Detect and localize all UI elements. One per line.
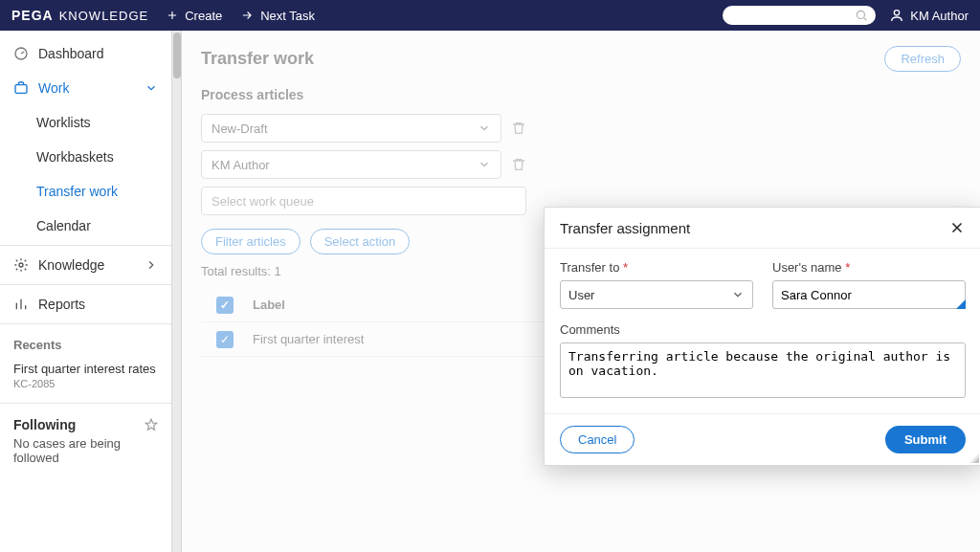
gauge-icon bbox=[13, 46, 29, 61]
search-icon bbox=[855, 9, 868, 22]
svg-point-4 bbox=[19, 263, 23, 267]
chevron-right-icon bbox=[145, 258, 158, 272]
sidebar-item-reports[interactable]: Reports bbox=[0, 287, 171, 321]
user-name: KM Author bbox=[910, 9, 969, 23]
global-search[interactable] bbox=[723, 6, 876, 25]
comments-textarea[interactable] bbox=[560, 342, 966, 398]
brand-name: PEGA bbox=[11, 8, 54, 23]
app-header: PEGA KNOWLEDGE Create Next Task KM Autho… bbox=[0, 0, 980, 31]
sidebar-item-transfer-work[interactable]: Transfer work bbox=[0, 174, 171, 209]
sidebar-item-knowledge[interactable]: Knowledge bbox=[0, 248, 171, 282]
main: Transfer work Refresh Process articles N… bbox=[182, 31, 980, 552]
sidebar-item-label: Knowledge bbox=[38, 257, 104, 273]
user-name-label: User's name * bbox=[772, 260, 966, 275]
transfer-assignment-modal: Transfer assignment Transfer to * User U… bbox=[544, 207, 980, 466]
create-label: Create bbox=[185, 9, 222, 23]
brand-sub: KNOWLEDGE bbox=[59, 9, 149, 23]
submit-button[interactable]: Submit bbox=[885, 426, 966, 453]
user-icon bbox=[889, 8, 904, 23]
recent-item-id: KC-2085 bbox=[13, 378, 158, 389]
modal-title: Transfer assignment bbox=[560, 220, 690, 236]
chevron-down-icon bbox=[731, 288, 745, 301]
sidebar-item-label: Dashboard bbox=[38, 46, 104, 61]
label-text: Transfer to bbox=[560, 260, 619, 275]
sidebar-item-label: Transfer work bbox=[36, 184, 118, 199]
following-section: Following No cases are being followed bbox=[0, 406, 171, 476]
divider bbox=[0, 323, 171, 324]
gear-icon bbox=[13, 257, 29, 273]
cancel-button[interactable]: Cancel bbox=[560, 426, 635, 453]
divider bbox=[0, 245, 171, 246]
next-task-button[interactable]: Next Task bbox=[239, 9, 315, 23]
divider bbox=[0, 403, 171, 404]
sidebar-item-label: Work bbox=[38, 80, 69, 96]
briefcase-icon bbox=[13, 80, 29, 96]
transfer-to-select[interactable]: User bbox=[560, 280, 753, 309]
label-text: User's name bbox=[772, 260, 842, 275]
divider bbox=[0, 284, 171, 285]
autocomplete-indicator bbox=[956, 299, 966, 309]
scrollbar-thumb[interactable] bbox=[173, 33, 181, 78]
sidebar-item-workbaskets[interactable]: Workbaskets bbox=[0, 140, 171, 174]
user-name-input[interactable] bbox=[772, 280, 966, 309]
sidebar-scrollbar[interactable] bbox=[172, 31, 182, 552]
brand: PEGA KNOWLEDGE bbox=[11, 8, 148, 23]
arrow-right-icon bbox=[239, 9, 255, 22]
recent-item-label: First quarter interest rates bbox=[13, 362, 158, 376]
svg-point-0 bbox=[858, 11, 865, 18]
sidebar-item-label: Workbaskets bbox=[36, 149, 114, 165]
sidebar-item-dashboard[interactable]: Dashboard bbox=[0, 36, 171, 71]
recent-item[interactable]: First quarter interest rates KC-2085 bbox=[13, 362, 158, 389]
nav: Dashboard Work Worklists Workbaskets Tra… bbox=[0, 31, 171, 326]
next-task-label: Next Task bbox=[260, 9, 315, 23]
sidebar-item-label: Reports bbox=[38, 297, 85, 312]
following-title: Following bbox=[13, 417, 76, 432]
sidebar-item-label: Worklists bbox=[36, 115, 91, 130]
sidebar-item-work[interactable]: Work bbox=[0, 71, 171, 105]
close-icon bbox=[948, 219, 966, 236]
comments-label: Comments bbox=[560, 322, 966, 337]
following-empty: No cases are being followed bbox=[13, 436, 158, 465]
recents-section: Recents First quarter interest rates KC-… bbox=[0, 326, 171, 401]
recents-title: Recents bbox=[13, 338, 158, 352]
plus-icon bbox=[166, 9, 179, 22]
chevron-down-icon bbox=[145, 81, 158, 95]
sidebar: Dashboard Work Worklists Workbaskets Tra… bbox=[0, 31, 172, 552]
bar-chart-icon bbox=[13, 297, 29, 312]
user-menu[interactable]: KM Author bbox=[889, 8, 969, 23]
svg-rect-3 bbox=[15, 85, 27, 94]
transfer-to-label: Transfer to * bbox=[560, 260, 753, 275]
required-asterisk: * bbox=[623, 260, 628, 275]
star-icon[interactable] bbox=[145, 418, 158, 431]
resize-handle[interactable] bbox=[968, 452, 979, 463]
sidebar-item-worklists[interactable]: Worklists bbox=[0, 105, 171, 140]
transfer-to-value: User bbox=[568, 288, 594, 302]
required-asterisk: * bbox=[845, 260, 850, 275]
close-button[interactable] bbox=[948, 219, 966, 236]
svg-point-1 bbox=[895, 11, 900, 15]
sidebar-item-calendar[interactable]: Calendar bbox=[0, 209, 171, 243]
create-button[interactable]: Create bbox=[166, 9, 222, 23]
sidebar-item-label: Calendar bbox=[36, 218, 91, 233]
